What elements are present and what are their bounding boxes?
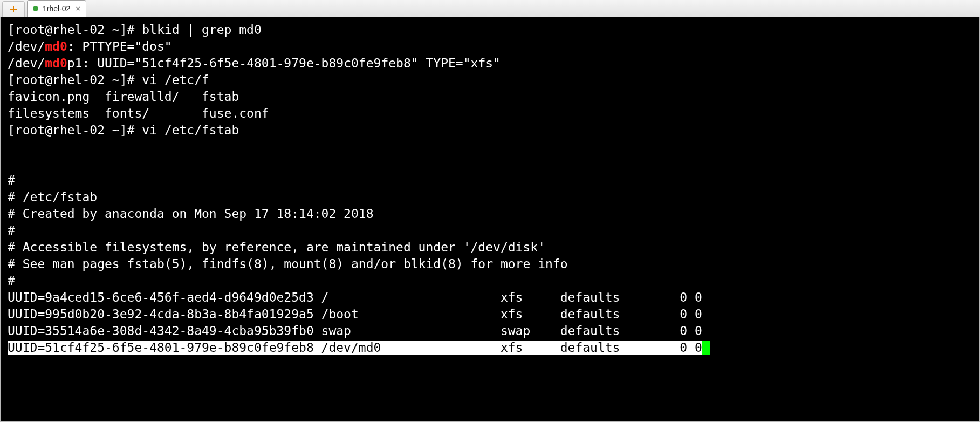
output-text: /dev/ [8, 56, 45, 70]
new-tab-button[interactable] [2, 1, 25, 17]
plus-icon [9, 5, 18, 13]
output-text: /dev/ [8, 39, 45, 53]
fstab-comment: # [8, 274, 15, 288]
tab-title: rhel-02 [47, 4, 71, 13]
prompt: [root@rhel-02 ~]# [8, 23, 142, 37]
prompt: [root@rhel-02 ~]# [8, 73, 142, 87]
fstab-entry: UUID=35514a6e-308d-4342-8a49-4cba95b39fb… [8, 324, 702, 338]
tab-completion-line: filesystems fonts/ fuse.conf [8, 106, 269, 120]
status-dot-icon [33, 6, 38, 11]
tab-number: 1 [43, 4, 47, 13]
prompt: [root@rhel-02 ~]# [8, 123, 142, 137]
terminal-area[interactable]: [root@rhel-02 ~]# blkid | grep md0 /dev/… [0, 17, 980, 422]
tab-bar: 1 rhel-02 × [0, 0, 980, 17]
command-vi-partial: vi /etc/f [142, 73, 209, 87]
fstab-comment: # [8, 223, 15, 237]
fstab-comment: # See man pages fstab(5), findfs(8), mou… [8, 257, 568, 271]
fstab-entry: UUID=995d0b20-3e92-4cda-8b3a-8b4fa01929a… [8, 307, 702, 321]
fstab-comment: # Created by anaconda on Mon Sep 17 18:1… [8, 207, 374, 221]
fstab-comment: # [8, 173, 15, 187]
grep-match: md0 [45, 39, 67, 53]
fstab-comment: # /etc/fstab [8, 190, 97, 204]
grep-match: md0 [45, 56, 67, 70]
command-blkid: blkid | grep md0 [142, 23, 262, 37]
command-vi-fstab: vi /etc/fstab [142, 123, 239, 137]
terminal-window: 1 rhel-02 × [root@rhel-02 ~]# blkid | gr… [0, 0, 980, 422]
tab-completion-line: favicon.png firewalld/ fstab [8, 90, 239, 104]
cursor [702, 341, 710, 355]
fstab-entry-editing: UUID=51cf4f25-6f5e-4801-979e-b89c0fe9feb… [8, 341, 702, 355]
output-text: : PTTYPE="dos" [67, 39, 172, 53]
close-tab-button[interactable]: × [76, 4, 80, 13]
tab-rhel-02[interactable]: 1 rhel-02 × [27, 0, 86, 17]
output-text: p1: UUID="51cf4f25-6f5e-4801-979e-b89c0f… [67, 56, 501, 70]
fstab-comment: # Accessible filesystems, by reference, … [8, 240, 545, 254]
fstab-entry: UUID=9a4ced15-6ce6-456f-aed4-d9649d0e25d… [8, 290, 702, 304]
